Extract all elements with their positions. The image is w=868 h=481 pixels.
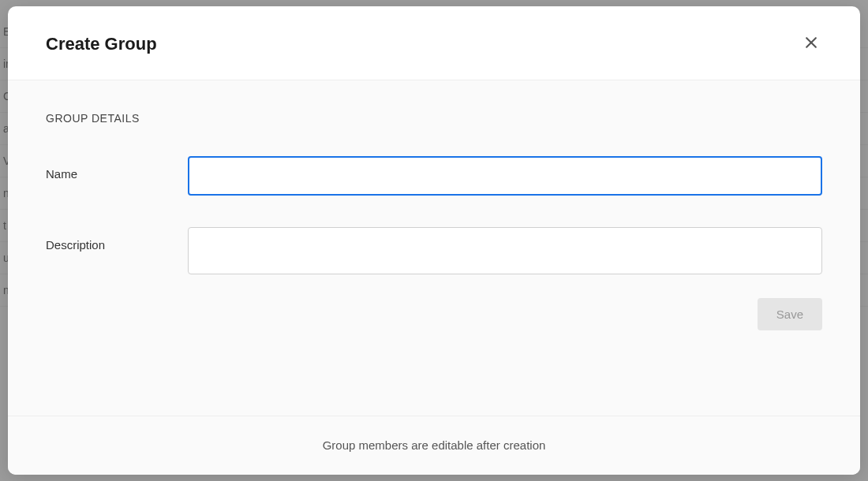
name-label: Name bbox=[46, 156, 188, 181]
modal-body: GROUP DETAILS Name Description Save bbox=[8, 80, 860, 416]
save-button[interactable]: Save bbox=[758, 298, 822, 330]
description-input[interactable] bbox=[188, 227, 822, 274]
modal-footer: Group members are editable after creatio… bbox=[8, 416, 860, 475]
close-button[interactable] bbox=[800, 32, 822, 56]
modal-title: Create Group bbox=[46, 34, 157, 54]
form-row-name: Name bbox=[46, 156, 822, 196]
form-row-description: Description bbox=[46, 227, 822, 274]
footer-text: Group members are editable after creatio… bbox=[323, 438, 546, 452]
section-heading: GROUP DETAILS bbox=[46, 112, 822, 125]
button-row: Save bbox=[46, 298, 822, 330]
close-icon bbox=[803, 35, 819, 53]
name-input[interactable] bbox=[188, 156, 822, 196]
modal-overlay: Create Group GROUP DETAILS Name Descrip bbox=[0, 0, 868, 481]
create-group-modal: Create Group GROUP DETAILS Name Descrip bbox=[8, 6, 860, 475]
description-label: Description bbox=[46, 227, 188, 252]
modal-header: Create Group bbox=[8, 6, 860, 80]
